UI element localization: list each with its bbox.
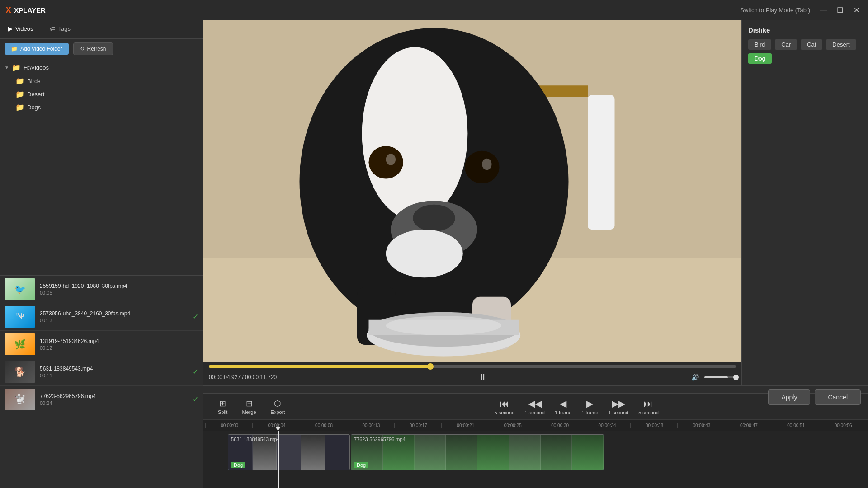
ruler-mark: 00:00:30 bbox=[536, 423, 583, 428]
tags-panel: Dislike Bird Car Cat Desert Dog bbox=[741, 20, 868, 385]
file-name: 5631-183849543.mp4 bbox=[40, 366, 188, 372]
apply-button[interactable]: Apply bbox=[768, 389, 810, 405]
list-item[interactable]: 🐕 5631-183849543.mp4 00:11 ✓ bbox=[0, 358, 203, 386]
tree-root-hvideos[interactable]: ▼ 📁 H:\Videos bbox=[0, 61, 203, 75]
svg-point-20 bbox=[386, 316, 501, 335]
maximize-button[interactable]: ☐ bbox=[834, 4, 846, 16]
svg-point-11 bbox=[482, 159, 491, 170]
checkmark-icon: ✓ bbox=[193, 367, 198, 376]
tab-tags[interactable]: 🏷 Tags bbox=[42, 20, 79, 38]
root-folder-label: H:\Videos bbox=[24, 64, 49, 71]
seek-fwd5-button[interactable]: ⏭ 5 second bbox=[635, 398, 662, 416]
checkmark-icon: ✓ bbox=[193, 312, 198, 321]
file-thumbnail: 🐦 bbox=[5, 278, 35, 300]
timeline-playhead[interactable] bbox=[278, 431, 279, 488]
volume-icon[interactable]: 🔊 bbox=[689, 373, 702, 382]
refresh-icon: ↻ bbox=[80, 46, 85, 52]
titlebar-right: Switch to Play Mode (Tab ) — ☐ ✕ bbox=[740, 4, 863, 16]
timeline-ruler: 00:00:00 00:00:04 00:00:08 00:00:13 00:0… bbox=[203, 420, 868, 431]
clip-frame bbox=[325, 435, 349, 470]
seek-backframe-button[interactable]: ◀ 1 frame bbox=[551, 397, 575, 416]
file-duration: 00:24 bbox=[40, 400, 188, 406]
cancel-button[interactable]: Cancel bbox=[815, 389, 861, 405]
seek-fwd1-label: 1 second bbox=[608, 410, 628, 415]
tags-list: Bird Car Cat Desert Dog bbox=[748, 39, 862, 64]
timeline-clip-1[interactable]: 5631-183849543.mp4 Dog bbox=[228, 434, 350, 470]
app-icon: X bbox=[5, 5, 11, 15]
folder-icon: 📁 bbox=[15, 103, 24, 112]
ruler-mark: 00:00:56 bbox=[819, 423, 866, 428]
folder-birds[interactable]: 📁 Birds bbox=[11, 75, 203, 88]
seek-fwd5-label: 5 second bbox=[638, 410, 659, 415]
seek-fwd1-button[interactable]: ▶▶ 1 second bbox=[604, 397, 632, 416]
ruler-mark: 00:00:17 bbox=[394, 423, 441, 428]
tag-bird[interactable]: Bird bbox=[748, 39, 771, 50]
timeline-clip-2[interactable]: 77623-562965796.mp4 Dog bbox=[351, 434, 604, 470]
file-info: 131919-751934626.mp4 00:12 bbox=[40, 338, 198, 351]
progress-fill bbox=[209, 365, 430, 368]
file-duration: 00:12 bbox=[40, 345, 198, 351]
file-toolbar: 📁 Add Video Folder ↻ Refresh bbox=[0, 39, 203, 59]
seek-back5-label: 5 second bbox=[495, 410, 515, 415]
video-area: 00:00:04.927 / 00:00:11.720 ⏸ 🔊 bbox=[203, 20, 741, 385]
progress-handle[interactable] bbox=[427, 363, 434, 370]
folder-desert[interactable]: 📁 Desert bbox=[11, 88, 203, 101]
volume-slider[interactable] bbox=[704, 376, 736, 378]
split-icon: ⊞ bbox=[219, 399, 226, 408]
tab-videos[interactable]: ▶ Videos bbox=[0, 20, 42, 38]
tag-cat[interactable]: Cat bbox=[801, 39, 822, 50]
merge-icon: ⊟ bbox=[246, 399, 253, 408]
seek-back5-button[interactable]: ⏮ 5 second bbox=[491, 398, 519, 416]
file-thumbnail: 🐩 bbox=[5, 389, 35, 410]
pause-button[interactable]: ⏸ bbox=[476, 371, 490, 383]
seek-fwdframe-label: 1 frame bbox=[581, 410, 598, 415]
tags-tab-label: Tags bbox=[58, 25, 71, 32]
progress-bar[interactable] bbox=[209, 365, 736, 368]
ruler-mark: 00:00:47 bbox=[725, 423, 772, 428]
dislike-label: Dislike bbox=[748, 26, 862, 34]
tags-tab-icon: 🏷 bbox=[50, 25, 56, 32]
switch-play-mode-button[interactable]: Switch to Play Mode (Tab ) bbox=[740, 7, 810, 14]
merge-tool[interactable]: ⊟ Merge bbox=[235, 397, 263, 417]
seek-backframe-label: 1 frame bbox=[555, 410, 571, 415]
clip-tag-label: Dog bbox=[354, 462, 368, 468]
list-item[interactable]: 🏜 3573956-uhd_3840_2160_30fps.mp4 00:13 … bbox=[0, 303, 203, 331]
seek-back1-button[interactable]: ◀◀ 1 second bbox=[521, 397, 548, 416]
svg-point-9 bbox=[386, 154, 396, 165]
file-info: 2559159-hd_1920_1080_30fps.mp4 00:05 bbox=[40, 283, 198, 296]
seek-back1-label: 1 second bbox=[524, 410, 545, 415]
folder-dogs[interactable]: 📁 Dogs bbox=[11, 101, 203, 114]
svg-point-14 bbox=[386, 230, 463, 277]
merge-label: Merge bbox=[242, 409, 256, 415]
seek-back1-icon: ◀◀ bbox=[528, 398, 542, 409]
clip-frame bbox=[477, 435, 509, 470]
video-tab-label: Videos bbox=[15, 25, 33, 32]
tag-dog[interactable]: Dog bbox=[748, 53, 772, 64]
list-item[interactable]: 🌿 131919-751934626.mp4 00:12 bbox=[0, 331, 203, 358]
close-button[interactable]: ✕ bbox=[850, 4, 863, 16]
tag-car[interactable]: Car bbox=[775, 39, 797, 50]
split-tool[interactable]: ⊞ Split bbox=[211, 397, 235, 417]
clip-frame bbox=[541, 435, 572, 470]
list-item[interactable]: 🐩 77623-562965796.mp4 00:24 ✓ bbox=[0, 386, 203, 413]
list-item[interactable]: 🐦 2559159-hd_1920_1080_30fps.mp4 00:05 bbox=[0, 276, 203, 303]
clip-title: 5631-183849543.mp4 bbox=[231, 436, 280, 442]
ruler-marks: 00:00:00 00:00:04 00:00:08 00:00:13 00:0… bbox=[205, 423, 866, 428]
timeline-tracks: 5631-183849543.mp4 Dog bbox=[203, 431, 868, 488]
clip-frame bbox=[301, 435, 326, 470]
titlebar: X XPLAYER Switch to Play Mode (Tab ) — ☐… bbox=[0, 0, 868, 20]
add-video-folder-button[interactable]: 📁 Add Video Folder bbox=[5, 43, 69, 55]
volume-handle[interactable] bbox=[733, 375, 739, 380]
export-tool[interactable]: ⬡ Export bbox=[264, 397, 292, 417]
clip-frame bbox=[277, 435, 301, 470]
ruler-mark: 00:00:38 bbox=[630, 423, 677, 428]
refresh-button[interactable]: ↻ Refresh bbox=[73, 42, 113, 55]
video-player[interactable] bbox=[203, 20, 741, 362]
file-info: 3573956-uhd_3840_2160_30fps.mp4 00:13 bbox=[40, 310, 188, 323]
total-time: 00:00:11.720 bbox=[245, 374, 277, 380]
seek-fwdframe-button[interactable]: ▶ 1 frame bbox=[578, 397, 602, 416]
file-duration: 00:13 bbox=[40, 318, 188, 323]
minimize-button[interactable]: — bbox=[817, 4, 830, 16]
tag-desert[interactable]: Desert bbox=[826, 39, 856, 50]
window-controls: — ☐ ✕ bbox=[817, 4, 863, 16]
